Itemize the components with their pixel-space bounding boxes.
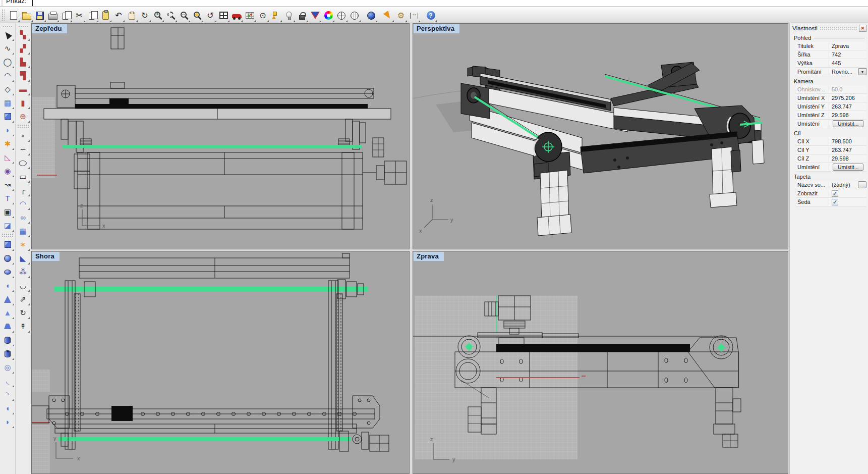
command-bar[interactable]: Příkaz: [0, 0, 868, 7]
curve-through-points-button[interactable]: ∽ [16, 142, 30, 156]
adjust-curve-button[interactable]: ↝ [1, 178, 15, 191]
lights-button[interactable] [282, 9, 296, 23]
scale-button[interactable]: ⇗ [16, 292, 30, 306]
rotate-button[interactable]: ↻ [16, 306, 30, 320]
pan-view-button[interactable] [125, 9, 138, 23]
blend-curves-button[interactable]: ◡ [16, 279, 30, 292]
undo-button[interactable]: ↶ [112, 9, 125, 23]
front-machine-drawing[interactable] [44, 28, 407, 229]
viewport-layout-button[interactable] [217, 9, 230, 23]
align-horizontal-center-button[interactable]: ▬ [16, 82, 30, 96]
camera-y-value[interactable]: 263.747 [832, 103, 852, 110]
camera-place-button[interactable]: Umístit... [833, 120, 863, 127]
camera-x-value[interactable]: 2975.206 [832, 95, 855, 101]
render-tools-button[interactable]: ◉ [1, 164, 15, 178]
fillet-curves-button[interactable]: ╭ [16, 183, 30, 197]
trim-button[interactable]: ◺ [1, 150, 15, 164]
top-selected-belt-1[interactable] [54, 287, 368, 291]
half-cylinder-2-button[interactable]: ◗ [1, 415, 15, 429]
print-button[interactable] [46, 9, 60, 23]
target-place-button[interactable]: Umístit... [833, 164, 863, 171]
center-mark-button[interactable]: ⊕ [16, 110, 30, 123]
box-button[interactable] [1, 238, 15, 251]
viewport-perspective[interactable]: z y x Perspektiva [413, 23, 788, 249]
text-object-button[interactable]: T [1, 191, 15, 205]
move-objects-button[interactable] [230, 9, 243, 23]
projection-dropdown-button[interactable]: ▼ [858, 68, 866, 75]
align-right-button[interactable]: ▜ [16, 69, 30, 82]
select-points-button[interactable] [269, 9, 282, 23]
zoom-selected-button[interactable] [191, 9, 204, 23]
top-machine-drawing[interactable] [32, 253, 389, 451]
wallpaper-show-checkbox[interactable]: ✓ [832, 190, 838, 197]
mesh-from-surface-button[interactable]: ▦ [16, 224, 30, 238]
point-cloud-button[interactable]: ⁂ [16, 265, 30, 279]
pipe-flat-button[interactable]: ◝ [1, 388, 15, 401]
ellipse-button[interactable]: ◯ [16, 156, 30, 170]
boolean-spheres-button[interactable]: ∞ [16, 210, 30, 224]
zoom-in-button[interactable] [151, 9, 164, 23]
object-snap-button[interactable]: ⊙ [256, 9, 269, 23]
toolbar-drag-handle[interactable] [2, 9, 5, 21]
boolean-union-button[interactable]: ✱ [1, 137, 15, 150]
truncated-cone-button[interactable] [1, 320, 15, 333]
solid-box-tool-button[interactable] [1, 110, 15, 123]
wireframe-display-button[interactable] [335, 9, 348, 23]
viewport-top-label[interactable]: Shora [32, 252, 60, 261]
front-selected-belt[interactable] [62, 145, 362, 148]
command-bar-drag-handle[interactable] [1, 0, 4, 7]
view-width-value[interactable]: 742 [832, 51, 841, 58]
close-icon[interactable]: ✕ [859, 25, 866, 32]
distribute-objects-button[interactable]: ▞ [16, 41, 30, 55]
single-point-button[interactable]: ∘ [16, 129, 30, 142]
zoom-dynamic-button[interactable] [178, 9, 191, 23]
target-y-value[interactable]: 263.747 [832, 147, 852, 153]
explode-button[interactable]: ✶ [16, 238, 30, 251]
cone-button[interactable] [1, 292, 15, 306]
revolve-surface-button[interactable]: ◗ [1, 123, 15, 137]
viewport-right-label[interactable]: Zprava [414, 252, 444, 261]
polygon-button[interactable]: ◇ [1, 82, 15, 96]
half-cylinder-button[interactable]: ◖ [1, 401, 15, 415]
render-cone-button[interactable] [381, 9, 394, 23]
view-title-value[interactable]: Zprava [832, 43, 849, 49]
viewport-top[interactable]: y x Shora [31, 251, 410, 474]
target-z-value[interactable]: 29.598 [832, 155, 849, 162]
viewport-front[interactable]: z x Zepředu [31, 23, 410, 249]
select-pointer-button[interactable] [1, 28, 15, 41]
circle-button[interactable]: ◯ [1, 55, 15, 69]
paste-button[interactable] [99, 9, 112, 23]
tube-button[interactable] [1, 347, 15, 360]
sphere-button[interactable] [1, 251, 15, 265]
cylinder-button[interactable] [1, 333, 15, 347]
options-gears-button[interactable]: ⚙ [394, 9, 408, 23]
ghosted-display-button[interactable] [348, 9, 361, 23]
color-picker-button[interactable] [322, 9, 335, 23]
top-selected-belt-2[interactable] [58, 437, 351, 441]
viewport-front-label[interactable]: Zepředu [32, 24, 67, 33]
wallpaper-gray-checkbox[interactable]: ✓ [832, 199, 838, 205]
control-point-curve-button[interactable]: ∿ [1, 41, 15, 55]
toolbox-drag-handle[interactable] [18, 24, 28, 27]
camera-z-value[interactable]: 29.598 [832, 112, 849, 118]
zoom-undo-button[interactable]: ↺ [204, 9, 217, 23]
new-file-button[interactable] [7, 9, 20, 23]
paraboloid-button[interactable]: ◖ [1, 279, 15, 292]
open-file-button[interactable] [20, 9, 33, 23]
target-x-value[interactable]: 798.500 [832, 138, 852, 144]
panel-drag-handle[interactable] [820, 26, 857, 30]
copy-button[interactable] [86, 9, 99, 23]
persp-machine-model[interactable] [461, 62, 764, 236]
rotate-view-button[interactable]: ↻ [138, 9, 151, 23]
boolean-difference-button[interactable]: ◪ [1, 219, 15, 232]
layers-button[interactable] [309, 9, 322, 23]
align-objects-button[interactable]: ▚ [16, 28, 30, 41]
view-height-value[interactable]: 445 [832, 60, 841, 66]
cplane-grid-button[interactable] [243, 9, 256, 23]
bend-surface-button[interactable]: ◠ [16, 197, 30, 210]
pipe-button[interactable]: ◟ [1, 374, 15, 388]
group-objects-button[interactable]: ▣ [1, 205, 15, 219]
cut-button[interactable]: ✂ [73, 9, 86, 23]
pyramid-button[interactable]: ▲ [1, 306, 15, 320]
torus-button[interactable]: ◎ [1, 360, 15, 374]
